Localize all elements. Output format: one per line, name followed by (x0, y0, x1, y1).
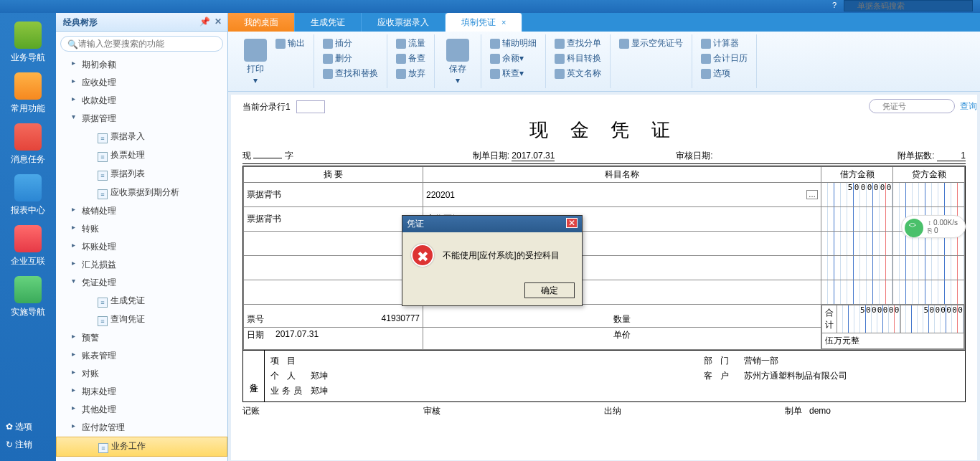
make-date[interactable]: 2017.07.31 (512, 151, 555, 161)
leftnav-item-4[interactable]: 企业互联 (0, 225, 56, 267)
close-icon[interactable]: ✕ (215, 16, 222, 27)
top-bar: ? 🔍 (0, 0, 980, 13)
tree-node-5[interactable]: ≡换票处理 (56, 146, 227, 165)
tab-2[interactable]: 应收票据录入 (362, 13, 446, 32)
ribbon-g3-0[interactable]: 流量 (393, 36, 428, 51)
tree-node-4[interactable]: ≡票据录入 (56, 128, 227, 146)
person-value: 郑坤 (311, 370, 328, 382)
voucher-meta: 现 字 制单日期: 2017.07.31 审核日期: 附单据数: 1 (242, 150, 966, 164)
tree-node-18[interactable]: ▸期末处理 (56, 383, 227, 401)
attach-count[interactable]: 1 (937, 151, 966, 161)
tree-node-16[interactable]: ▸账表管理 (56, 347, 227, 365)
tree-header: 经典树形 📌 ✕ (56, 13, 227, 32)
ribbon-g5-1[interactable]: 余额▾ (487, 51, 540, 66)
voucher-row-2[interactable] (244, 232, 965, 256)
tab-close-icon[interactable]: × (501, 18, 506, 27)
leftnav-item-5[interactable]: 实施导航 (0, 276, 56, 318)
dialog-ok-button[interactable]: 确定 (524, 282, 575, 298)
col-debit: 借方金额 (821, 167, 893, 183)
error-dialog: 凭证 ✕ ✖ 不能使用[应付系统]的受控科目 确定 (402, 215, 583, 306)
ribbon-g5-2[interactable]: 联查▾ (487, 66, 540, 81)
tree-node-8[interactable]: ▸核销处理 (56, 202, 227, 220)
tree-node-10[interactable]: ▸坏账处理 (56, 238, 227, 256)
tree-search-input[interactable] (60, 36, 223, 52)
leftnav-item-1[interactable]: 常用功能 (0, 72, 56, 115)
tree-node-3[interactable]: ▾票据管理 (56, 110, 227, 128)
current-line-label: 当前分录行1 (242, 101, 291, 113)
ribbon-g1-0[interactable]: 打印▾ (238, 36, 273, 88)
tree-node-14[interactable]: ≡查询凭证 (56, 310, 227, 329)
current-line-input[interactable] (296, 100, 325, 113)
tree-node-2[interactable]: ▸收款处理 (56, 92, 227, 110)
ribbon-g3-2[interactable]: 放弃 (393, 66, 428, 81)
tab-3[interactable]: 填制凭证× (446, 13, 522, 32)
tree-node-0[interactable]: ▸期初余额 (56, 56, 227, 74)
ribbon-g8-2[interactable]: 选项 (698, 66, 750, 81)
dialog-close-button[interactable]: ✕ (566, 218, 578, 228)
ribbon-g6-1[interactable]: 科目转换 (552, 51, 604, 66)
word-input[interactable] (253, 158, 282, 158)
lookup-icon[interactable]: … (806, 190, 818, 199)
total-cn: 伍万元整 (822, 333, 964, 349)
voucher-row-4[interactable] (244, 280, 965, 305)
tree-panel: 经典树形 📌 ✕ 🔍 ▸期初余额▸应收处理▸收款处理▾票据管理≡票据录入≡换票处… (56, 13, 228, 461)
tab-bar: 我的桌面生成凭证应收票据录入填制凭证× (228, 13, 980, 32)
bill-date: 2017.07.31 (273, 328, 423, 343)
cust-value: 苏州方通塑料制品有限公司 (744, 370, 959, 382)
tree-node-15[interactable]: ▸预警 (56, 329, 227, 347)
tree-node-19[interactable]: ▸其他处理 (56, 401, 227, 419)
ribbon-g6-2[interactable]: 英文名称 (552, 66, 604, 81)
ribbon-g3-1[interactable]: 备查 (393, 51, 428, 66)
voucher-row-1[interactable]: 票据背书应收票据 (244, 207, 965, 232)
main-area: 我的桌面生成凭证应收票据录入填制凭证× 打印▾输出插分删分查找和替换流量备查放弃… (228, 13, 980, 461)
signature-row: 记账 审核 出纳 制单 demo (242, 405, 966, 417)
maker-value: demo (809, 406, 831, 416)
ribbon-g8-0[interactable]: 计算器 (698, 36, 750, 51)
leftnav-bottom-1[interactable]: ↻ 注销 (0, 436, 56, 454)
tree-node-21[interactable]: ≡业务工作 (56, 437, 227, 457)
dialog-message: 不能使用[应付系统]的受控科目 (443, 249, 560, 262)
total-label: 合 计 (822, 305, 837, 333)
tree-node-12[interactable]: ▾凭证处理 (56, 274, 227, 292)
voucher-row-0[interactable]: 票据背书220201… 5000000 (244, 183, 965, 207)
tab-1[interactable]: 生成凭证 (295, 13, 362, 32)
ribbon-toolbar: 打印▾输出插分删分查找和替换流量备查放弃保存▾辅助明细余额▾联查▾查找分单科目转… (228, 32, 980, 92)
ribbon-g7-0[interactable]: 显示空凭证号 (616, 36, 686, 51)
ribbon-g2-0[interactable]: 插分 (320, 36, 381, 51)
tree-node-9[interactable]: ▸转账 (56, 220, 227, 238)
tree-node-1[interactable]: ▸应收处理 (56, 74, 227, 92)
ribbon-g2-1[interactable]: 删分 (320, 51, 381, 66)
tab-0[interactable]: 我的桌面 (228, 13, 295, 32)
help-icon[interactable]: ? (832, 1, 837, 9)
tree-node-17[interactable]: ▸对账 (56, 365, 227, 383)
left-nav: 业务导航常用功能消息任务报表中心企业互联实施导航 ✿ 选项↻ 注销 (0, 13, 56, 461)
barcode-search-input[interactable] (844, 0, 973, 11)
wifi-widget: ↕ 0.00K/s ⎘ 0 (901, 215, 966, 238)
tree-node-22[interactable]: ✿基础设置 (56, 457, 227, 457)
voucher-row-3[interactable] (244, 256, 965, 280)
tree-title: 经典树形 (63, 17, 98, 27)
ribbon-g8-1[interactable]: 会计日历 (698, 51, 750, 66)
tree-node-7[interactable]: ≡应收票据到期分析 (56, 184, 227, 202)
leftnav-item-0[interactable]: 业务导航 (0, 22, 56, 64)
tree-node-20[interactable]: ▸应付款管理 (56, 419, 227, 437)
tree-node-6[interactable]: ≡票据列表 (56, 165, 227, 184)
pin-icon[interactable]: 📌 (199, 16, 210, 27)
leftnav-item-2[interactable]: 消息任务 (0, 123, 56, 166)
voucher-no-search[interactable] (869, 99, 955, 113)
voucher-title: 现 金 凭 证 (242, 118, 966, 143)
ribbon-g4-0[interactable]: 保存▾ (440, 36, 475, 88)
ribbon-g2-2[interactable]: 查找和替换 (320, 66, 381, 81)
ribbon-g6-0[interactable]: 查找分单 (552, 36, 604, 51)
search-icon: 🔍 (67, 39, 78, 49)
leftnav-bottom-0[interactable]: ✿ 选项 (0, 418, 56, 436)
ribbon-g5-0[interactable]: 辅助明细 (487, 36, 540, 51)
ribbon-g1-1[interactable]: 输出 (273, 36, 308, 51)
tree-node-11[interactable]: ▸汇兑损益 (56, 256, 227, 274)
leftnav-item-3[interactable]: 报表中心 (0, 174, 56, 217)
col-subject: 科目名称 (423, 167, 821, 183)
tree-node-13[interactable]: ≡生成凭证 (56, 292, 227, 310)
search-button[interactable]: 查询 (960, 101, 977, 111)
error-icon: ✖ (411, 244, 434, 267)
dept-value: 营销一部 (744, 355, 959, 367)
